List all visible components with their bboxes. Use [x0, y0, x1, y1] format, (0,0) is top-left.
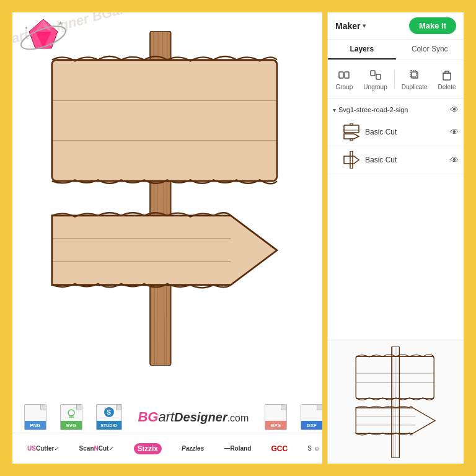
studio-format: S STUDIO	[96, 404, 122, 430]
ungroup-label: Ungroup	[363, 84, 387, 90]
png-format: PNG	[24, 404, 46, 430]
svg-text:✦: ✦	[24, 25, 29, 31]
ungroup-icon	[368, 68, 383, 82]
layer-item-1[interactable]: Basic Cut 👁	[328, 118, 464, 146]
svg-line-30	[395, 346, 396, 458]
make-it-button[interactable]: Make It	[409, 17, 456, 34]
layer-item-2[interactable]: Basic Cut 👁	[328, 146, 464, 174]
svg-rect-25	[350, 123, 353, 125]
duplicate-icon	[407, 68, 422, 82]
layer-name-2: Basic Cut	[365, 156, 445, 164]
formats-bar: PNG SVG S STUDIO BGart	[12, 402, 322, 433]
svg-rect-12	[339, 72, 343, 78]
svg-rect-31	[356, 356, 434, 399]
panel-header: Maker ▾ Make It	[328, 12, 464, 40]
brand-gcc: GCC	[271, 444, 288, 453]
layers-section: ▾ Svg1-stree-road-2-sign 👁	[328, 99, 464, 340]
group-icon	[337, 68, 351, 82]
duplicate-label: Duplicate	[402, 84, 428, 90]
svg-point-10	[68, 410, 74, 416]
layer-2-visibility-icon[interactable]: 👁	[450, 155, 459, 165]
sign-area	[25, 31, 310, 390]
layer-group-visibility-icon[interactable]: 👁	[450, 105, 459, 115]
delete-icon	[439, 68, 454, 82]
svg-rect-23	[344, 125, 359, 133]
toolbar-divider	[394, 70, 395, 89]
delete-button[interactable]: Delete	[434, 65, 460, 93]
svg-line-29	[392, 346, 393, 458]
tab-color-sync[interactable]: Color Sync	[396, 40, 464, 60]
eps-format: EPS	[265, 404, 287, 430]
svg-format: SVG	[60, 404, 82, 430]
app-logo-area: ★ ✦	[12, 12, 74, 62]
svg-label: SVG	[61, 421, 82, 430]
brand-roland: —Roland	[224, 445, 251, 452]
svg-rect-27	[350, 151, 353, 169]
png-label: PNG	[25, 421, 46, 430]
main-canvas: BGart Designer BGart Designer BGart Desi…	[12, 12, 322, 464]
delete-label: Delete	[438, 84, 456, 90]
maker-label: Maker	[335, 21, 360, 31]
sign-svg	[25, 31, 310, 366]
svg-text:★: ★	[58, 20, 63, 27]
dxf-format: DXF	[301, 404, 322, 430]
dxf-label: DXF	[301, 421, 322, 430]
layer-name-1: Basic Cut	[365, 128, 445, 136]
svg-rect-13	[345, 72, 349, 78]
panel-tabs: Layers Color Sync	[328, 40, 464, 60]
layer-thumb-2	[343, 151, 360, 169]
layer-1-visibility-icon[interactable]: 👁	[450, 127, 459, 137]
brand-uscutter: USCutter✓	[27, 445, 59, 452]
eps-label: EPS	[265, 421, 286, 430]
svg-rect-26	[350, 139, 353, 141]
preview-area	[328, 340, 464, 464]
tab-layers[interactable]: Layers	[328, 40, 396, 60]
svg-rect-5	[52, 60, 277, 182]
chevron-down-icon: ▾	[363, 22, 366, 29]
maker-dropdown[interactable]: Maker ▾	[335, 21, 366, 31]
panel-toolbar: Group Ungroup Duplicate	[328, 60, 464, 99]
brand-sizzix: Sizzix	[134, 443, 162, 454]
brand-scanncut: ScanNCut✓	[79, 445, 114, 452]
layer-group-arrow-icon: ▾	[333, 107, 336, 113]
svg-rect-14	[371, 71, 375, 76]
layer-group: ▾ Svg1-stree-road-2-sign 👁	[328, 101, 464, 174]
right-panel: Maker ▾ Make It Layers Color Sync Group	[327, 12, 464, 464]
brand-pazzles: Pazzles	[182, 445, 204, 452]
layer-group-name: Svg1-stree-road-2-sign	[338, 106, 447, 113]
duplicate-button[interactable]: Duplicate	[398, 65, 431, 93]
preview-svg	[346, 346, 446, 458]
brands-bar: USCutter✓ ScanNCut✓ Sizzix Pazzles —Rola…	[12, 433, 322, 464]
group-button[interactable]: Group	[332, 65, 357, 93]
bgart-logo: BGartDesigner.com	[138, 409, 249, 425]
svg-rect-15	[376, 74, 381, 79]
app-logo: ★ ✦	[15, 14, 71, 61]
studio-label: STUDIO	[97, 421, 121, 430]
ungroup-button[interactable]: Ungroup	[359, 65, 390, 93]
layer-thumb-1	[343, 123, 360, 141]
layer-group-header[interactable]: ▾ Svg1-stree-road-2-sign 👁	[328, 101, 464, 118]
group-label: Group	[336, 84, 353, 90]
svg-rect-18	[443, 73, 451, 80]
brand-extra: S ☺	[307, 445, 320, 452]
